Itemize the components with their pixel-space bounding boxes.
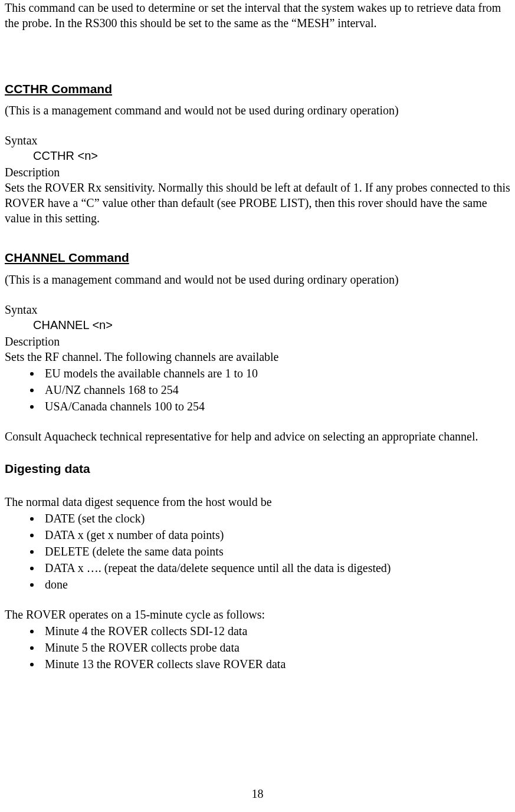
list-item: done [41, 577, 510, 592]
list-item: DELETE (delete the same data points [41, 544, 510, 559]
channel-note: (This is a management command and would … [5, 272, 510, 287]
list-item: EU models the available channels are 1 t… [41, 366, 510, 381]
page-number: 18 [0, 786, 515, 801]
channel-heading: CHANNEL Command [5, 249, 510, 265]
list-item: DATA x …. (repeat the data/delete sequen… [41, 560, 510, 576]
channel-bullets: EU models the available channels are 1 t… [5, 366, 510, 414]
channel-description-label: Description [5, 334, 510, 349]
list-item: AU/NZ channels 168 to 254 [41, 382, 510, 397]
digesting-sequence-list: DATE (set the clock) DATA x (get x numbe… [5, 511, 510, 592]
list-item: DATA x (get x number of data points) [41, 527, 510, 543]
list-item: DATE (set the clock) [41, 511, 510, 526]
ccthr-note: (This is a management command and would … [5, 103, 510, 118]
channel-syntax-label: Syntax [5, 302, 510, 317]
list-item: Minute 13 the ROVER collects slave ROVER… [41, 656, 510, 672]
ccthr-description-label: Description [5, 165, 510, 180]
cycle-list: Minute 4 the ROVER collects SDI-12 data … [5, 623, 510, 672]
ccthr-description-text: Sets the ROVER Rx sensitivity. Normally … [5, 180, 510, 226]
list-item: Minute 4 the ROVER collects SDI-12 data [41, 623, 510, 639]
channel-syntax-line: CHANNEL <n> [33, 317, 510, 333]
list-item: USA/Canada channels 100 to 254 [41, 399, 510, 414]
digesting-intro: The normal data digest sequence from the… [5, 494, 510, 509]
ccthr-heading: CCTHR Command [5, 81, 510, 97]
cycle-intro: The ROVER operates on a 15-minute cycle … [5, 607, 510, 622]
ccthr-syntax-line: CCTHR <n> [33, 148, 510, 163]
list-item: Minute 5 the ROVER collects probe data [41, 640, 510, 655]
digesting-heading: Digesting data [5, 461, 510, 476]
ccthr-syntax-label: Syntax [5, 133, 510, 148]
channel-description-text: Sets the RF channel. The following chann… [5, 349, 510, 364]
channel-advice: Consult Aquacheck technical representati… [5, 429, 510, 444]
intro-paragraph: This command can be used to determine or… [5, 0, 510, 31]
